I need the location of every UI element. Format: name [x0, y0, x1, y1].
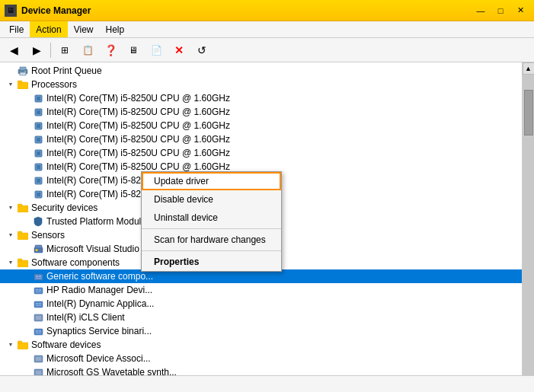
- tree-item-label: Intel(R) Dynamic Applica...: [46, 298, 154, 309]
- tree-item-label: Generic software compo...: [46, 271, 153, 282]
- toolbar: ◀ ▶ ⊞ 📋 ❓ 🖥 📄 ✕ ↺: [0, 38, 534, 62]
- svg-rect-34: [36, 278, 41, 279]
- expand-icon: [21, 135, 30, 144]
- svg-rect-23: [18, 204, 22, 206]
- tree-item-softdev[interactable]: ▼ Software devices: [0, 338, 522, 352]
- menu-action[interactable]: Action: [30, 21, 67, 37]
- context-menu-item-properties[interactable]: Properties: [142, 253, 281, 271]
- expand-icon: [21, 176, 30, 185]
- scan-button[interactable]: 🖥: [123, 40, 144, 60]
- svg-point-3: [24, 71, 26, 72]
- svg-rect-41: [39, 303, 41, 304]
- tree-item-label: Intel(R) Core(TM) i5-8250U CPU @ 1.60GHz: [46, 107, 230, 117]
- help-button[interactable]: ❓: [100, 40, 121, 60]
- svg-rect-52: [36, 357, 41, 361]
- expand-icon: [6, 66, 15, 75]
- expand-icon: [21, 162, 30, 171]
- update-driver-button[interactable]: 📋: [77, 40, 98, 60]
- properties-button[interactable]: ⊞: [54, 40, 75, 60]
- tree-item-label: HP Radio Manager Devi...: [46, 285, 152, 295]
- svg-rect-17: [37, 165, 40, 169]
- tree-item-label: Intel(R) iCLS Client: [46, 312, 125, 323]
- tree-item-processors[interactable]: ▼ Processors: [0, 78, 522, 91]
- app-icon: 🖥: [5, 5, 17, 17]
- context-menu-item-disable-device[interactable]: Disable device: [142, 190, 281, 209]
- context-menu-separator: [142, 250, 281, 251]
- menu-help[interactable]: Help: [100, 21, 131, 37]
- expand-icon[interactable]: ▼: [6, 80, 15, 89]
- tree-item-hpradio[interactable]: HP Radio Manager Devi...: [0, 283, 522, 297]
- context-menu-item-update-driver[interactable]: Update driver: [142, 172, 281, 190]
- context-menu: Update driverDisable deviceUninstall dev…: [141, 171, 282, 272]
- svg-rect-11: [37, 124, 40, 128]
- title-bar: 🖥 Device Manager — □ ✕: [0, 0, 534, 21]
- tree-item-label: Intel(R) Core(TM) i5-8250U CPU @ 1.60GHz: [46, 93, 230, 104]
- view-button[interactable]: 📄: [145, 40, 167, 60]
- svg-rect-24: [18, 233, 28, 240]
- context-menu-item-scan[interactable]: Scan for hardware changes: [142, 231, 281, 249]
- expand-icon: [21, 94, 30, 103]
- tree-item-cpu5[interactable]: Intel(R) Core(TM) i5-8250U CPU @ 1.60GHz: [0, 146, 522, 160]
- expand-icon[interactable]: ▼: [6, 258, 15, 267]
- tree-item-label: Intel(R) Core(TM) i5-8250U CPU @ 1.60GHz: [46, 134, 230, 145]
- menu-view[interactable]: View: [68, 21, 100, 37]
- scrollbar[interactable]: ▲ ▼: [522, 62, 534, 392]
- svg-rect-37: [39, 289, 41, 291]
- tree-item-cpu1[interactable]: Intel(R) Core(TM) i5-8250U CPU @ 1.60GHz: [0, 91, 522, 105]
- scroll-up[interactable]: ▲: [523, 62, 535, 75]
- svg-point-27: [35, 249, 37, 251]
- svg-rect-38: [36, 292, 41, 292]
- tree-item-label: Synaptics Service binari...: [46, 326, 152, 336]
- tree-item-label: Intel(R) Core(TM) i5-8250U CPU @ 1.60GHz: [46, 161, 230, 172]
- svg-rect-1: [20, 67, 26, 70]
- context-menu-separator: [142, 228, 281, 229]
- svg-rect-48: [36, 333, 41, 333]
- tree-item-cpu3[interactable]: Intel(R) Core(TM) i5-8250U CPU @ 1.60GHz: [0, 119, 522, 132]
- window-controls: — □ ✕: [472, 3, 529, 18]
- svg-rect-13: [37, 138, 40, 142]
- tree-item-intericls[interactable]: Intel(R) iCLS Client: [0, 311, 522, 324]
- tree-item-cpu4[interactable]: Intel(R) Core(TM) i5-8250U CPU @ 1.60GHz: [0, 132, 522, 146]
- expand-icon: [21, 217, 30, 226]
- svg-rect-49: [18, 343, 28, 349]
- expand-icon[interactable]: ▼: [6, 340, 15, 349]
- tree-item-label: Security devices: [31, 202, 98, 213]
- close-button[interactable]: ✕: [511, 3, 529, 18]
- maximize-button[interactable]: □: [491, 3, 510, 18]
- svg-rect-32: [36, 276, 38, 277]
- svg-rect-25: [18, 231, 22, 234]
- expand-icon: [21, 121, 30, 130]
- forward-button[interactable]: ▶: [26, 40, 47, 60]
- scroll-track[interactable]: [523, 75, 534, 380]
- scroll-thumb[interactable]: [524, 90, 533, 135]
- tree-item-label: Intel(R) Core(TM) i5-8250U CPU @ 1.60GHz: [46, 148, 230, 158]
- svg-rect-5: [18, 81, 22, 83]
- menu-file[interactable]: File: [3, 21, 30, 37]
- back-button[interactable]: ◀: [3, 40, 24, 60]
- tree-item-inteldyn[interactable]: Intel(R) Dynamic Applica...: [0, 297, 522, 311]
- expand-icon: [21, 313, 30, 322]
- expand-icon[interactable]: ▼: [6, 203, 15, 212]
- tree-item-msdass[interactable]: Microsoft Device Associ...: [0, 352, 522, 365]
- context-menu-item-uninstall-device[interactable]: Uninstall device: [142, 209, 281, 227]
- tree-item-label: Processors: [31, 79, 77, 90]
- tree-item-root-print[interactable]: Root Print Queue: [0, 64, 522, 78]
- minimize-button[interactable]: —: [472, 3, 490, 18]
- tree-item-cpu2[interactable]: Intel(R) Core(TM) i5-8250U CPU @ 1.60GHz: [0, 105, 522, 119]
- svg-rect-22: [18, 206, 28, 212]
- tree-item-label: Software devices: [31, 339, 101, 350]
- refresh-button[interactable]: ↺: [191, 40, 213, 60]
- svg-rect-36: [36, 289, 38, 291]
- tree-item-label: Microsoft Device Associ...: [46, 353, 151, 364]
- svg-rect-4: [18, 82, 28, 89]
- tree-item-synaptics[interactable]: Synaptics Service binari...: [0, 324, 522, 338]
- svg-rect-31: [34, 274, 43, 280]
- expand-icon[interactable]: ▼: [6, 231, 15, 240]
- svg-rect-15: [37, 151, 40, 155]
- svg-rect-50: [18, 341, 22, 343]
- expand-icon: [21, 354, 30, 363]
- expand-icon: [21, 190, 30, 199]
- tree-item-label: Intel(R) Core(TM) i5-8250U CPU @ 1.60GHz: [46, 120, 230, 131]
- svg-rect-40: [36, 303, 38, 304]
- remove-button[interactable]: ✕: [168, 40, 190, 60]
